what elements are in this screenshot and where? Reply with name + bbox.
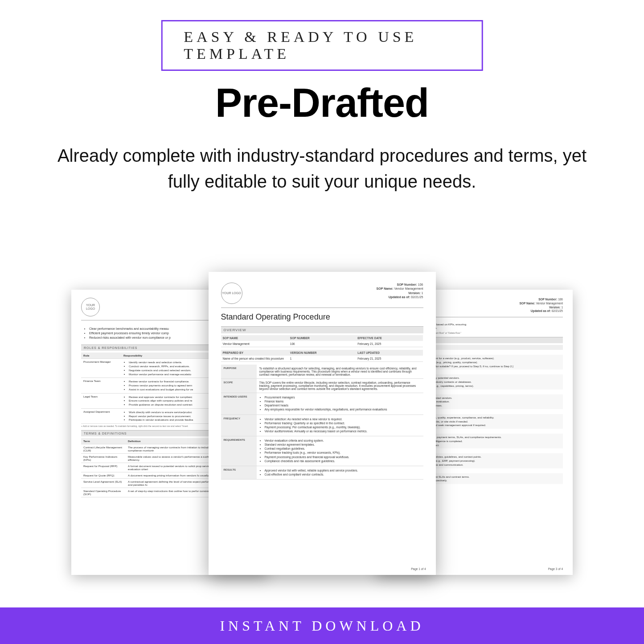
doc-page-center: YOUR LOGO SOP Number: 106 SOP Name: Vend… <box>209 272 436 575</box>
document-stage: YOUR LOGO Clear performance benchmarks a… <box>0 254 644 606</box>
overview-grid-2: PREPARED BY VERSION NUMBER LAST UPDATED … <box>221 350 423 362</box>
doc-meta-center: SOP Number: 106 SOP Name: Vendor Managem… <box>377 283 423 299</box>
bottom-banner: INSTANT DOWNLOAD <box>0 607 644 644</box>
headline: Pre-Drafted <box>0 80 644 126</box>
key-table: PURPOSE To establish a structured approa… <box>221 365 423 480</box>
page-number-right: Page 3 of 4 <box>548 567 563 570</box>
subheadline: Already complete with industry-standard … <box>53 143 591 194</box>
logo-placeholder-center: YOUR LOGO <box>221 283 242 304</box>
top-badge-text: EASY & READY TO USE TEMPLATE <box>184 29 417 62</box>
top-badge: EASY & READY TO USE TEMPLATE <box>161 20 483 71</box>
logo-placeholder: YOUR LOGO <box>81 298 100 316</box>
overview-grid-1: SOP NAME SOP NUMBER EFFECTIVE DATE Vendo… <box>221 335 423 347</box>
overview-bar: OVERVIEW <box>221 326 423 333</box>
doc-meta-right: SOP Number: 106 SOP Name: Vendor Managem… <box>520 298 563 313</box>
bottom-banner-text: INSTANT DOWNLOAD <box>220 618 424 634</box>
page-number-center: Page 1 of 4 <box>411 567 426 570</box>
doc-title: Standard Operating Procedure <box>221 312 423 322</box>
